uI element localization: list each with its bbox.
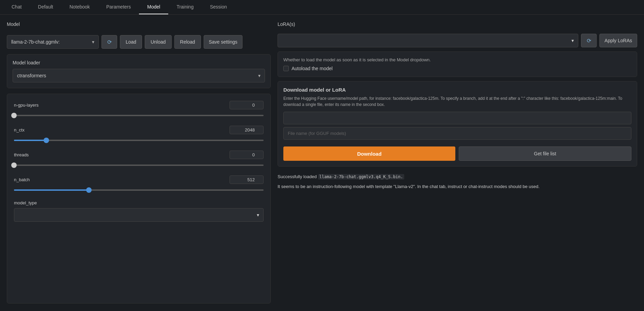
tab-session[interactable]: Session	[202, 0, 235, 14]
autoload-section: Whether to load the model as soon as it …	[278, 51, 637, 77]
param-n-gpu-layers: n-gpu-layers	[14, 101, 264, 119]
n-batch-input[interactable]	[230, 175, 264, 184]
right-panel: LoRA(s) ▾ ⟳ Apply LoRAs Whether to load …	[278, 21, 637, 304]
n-ctx-label: n_ctx	[14, 127, 25, 133]
download-button[interactable]: Download	[283, 146, 455, 161]
save-settings-button[interactable]: Save settings	[204, 35, 242, 49]
model-select-arrow-icon: ▾	[92, 39, 94, 45]
model-type-arrow-icon: ▾	[257, 212, 259, 218]
lora-select-arrow-icon: ▾	[571, 38, 574, 43]
tab-parameters[interactable]: Parameters	[98, 0, 139, 14]
autoload-checkbox[interactable]	[283, 66, 289, 71]
autoload-label: Autoload the model	[292, 66, 333, 71]
tab-chat[interactable]: Chat	[3, 0, 30, 14]
apply-loras-button[interactable]: Apply LoRAs	[599, 34, 637, 47]
model-refresh-button[interactable]: ⟳	[101, 35, 117, 49]
model-select-value: llama-2-7b-chat.ggmlv:	[11, 39, 60, 45]
lora-refresh-icon: ⟳	[587, 37, 591, 44]
tab-notebook[interactable]: Notebook	[61, 0, 98, 14]
threads-input[interactable]	[230, 151, 264, 159]
model-header: llama-2-7b-chat.ggmlv: ▾ ⟳ Load Unload R…	[7, 35, 271, 49]
download-filename-input[interactable]	[283, 127, 631, 140]
tab-bar: Chat Default Notebook Parameters Model T…	[0, 0, 644, 15]
status-loaded-text: Successfully loaded llama-2-7b-chat.ggml…	[278, 173, 637, 181]
download-btn-row: Download Get file list	[283, 146, 631, 161]
n-gpu-layers-label: n-gpu-layers	[14, 103, 38, 108]
get-file-list-button[interactable]: Get file list	[459, 146, 631, 161]
n-batch-label: n_batch	[14, 177, 30, 182]
tab-default[interactable]: Default	[30, 0, 61, 14]
param-threads: threads	[14, 151, 264, 169]
tab-training[interactable]: Training	[168, 0, 202, 14]
tab-model[interactable]: Model	[139, 0, 168, 14]
autoload-checkbox-row: Autoload the model	[283, 66, 631, 71]
autoload-description: Whether to load the model as soon as it …	[283, 57, 631, 62]
model-loader-section: Model loader ctransformers ▾	[7, 54, 271, 88]
lora-section-label: LoRA(s)	[278, 21, 637, 27]
model-type-label: model_type	[14, 200, 37, 205]
lora-select[interactable]: ▾	[278, 34, 578, 47]
model-loader-label: Model loader	[13, 60, 265, 65]
model-select[interactable]: llama-2-7b-chat.ggmlv: ▾	[7, 35, 99, 49]
lora-refresh-button[interactable]: ⟳	[581, 34, 597, 47]
model-type-select[interactable]: ▾	[14, 208, 264, 222]
reload-button[interactable]: Reload	[174, 35, 201, 49]
load-button[interactable]: Load	[120, 35, 142, 49]
status-info-text: It seems to be an instruction-following …	[278, 183, 637, 190]
lora-header: ▾ ⟳ Apply LoRAs	[278, 34, 637, 47]
param-model-type: model_type ▾	[14, 200, 264, 222]
n-gpu-layers-input[interactable]	[230, 101, 264, 109]
download-model-input[interactable]	[283, 112, 631, 124]
model-section-label: Model	[7, 21, 271, 27]
param-n-batch: n_batch	[14, 175, 264, 193]
param-n-ctx: n_ctx	[14, 126, 264, 144]
model-loader-value: ctransformers	[17, 73, 46, 78]
unload-button[interactable]: Unload	[145, 35, 171, 49]
download-description: Enter the Hugging Face username/model pa…	[283, 95, 631, 108]
status-section: Successfully loaded llama-2-7b-chat.ggml…	[278, 171, 637, 193]
params-section: n-gpu-layers n_ctx	[7, 94, 271, 304]
left-panel: Model llama-2-7b-chat.ggmlv: ▾ ⟳ Load Un…	[7, 21, 271, 304]
refresh-icon: ⟳	[107, 39, 112, 45]
model-loader-arrow-icon: ▾	[258, 73, 261, 78]
threads-label: threads	[14, 152, 29, 157]
model-loader-select[interactable]: ctransformers ▾	[13, 69, 265, 82]
download-section: Download model or LoRA Enter the Hugging…	[278, 81, 637, 167]
download-title: Download model or LoRA	[283, 87, 631, 93]
n-ctx-input[interactable]	[230, 126, 264, 134]
main-content: Model llama-2-7b-chat.ggmlv: ▾ ⟳ Load Un…	[0, 15, 644, 310]
status-model-name: llama-2-7b-chat.ggmlv3.q4_K_S.bin.	[318, 174, 405, 180]
status-loaded-label: Successfully loaded	[278, 174, 317, 179]
